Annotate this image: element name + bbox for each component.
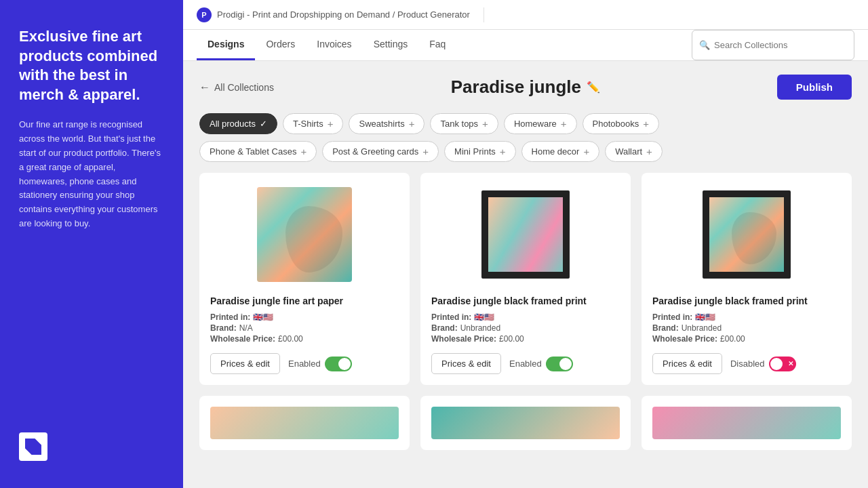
tab-label: Homeware <box>514 119 557 129</box>
tab-phone-tablet-cases[interactable]: Phone & Tablet Cases + <box>199 141 317 162</box>
nav-item-orders[interactable]: Orders <box>255 30 306 60</box>
product-name: Paradise jungle black framed print <box>431 295 620 307</box>
product-thumbnail <box>703 190 791 279</box>
collection-title: Paradise jungle ✏️ <box>451 77 600 98</box>
toggle-label: Enabled <box>509 359 542 369</box>
tab-photobooks[interactable]: Photobooks + <box>583 113 659 134</box>
tab-mini-prints[interactable]: Mini Prints + <box>444 141 515 162</box>
plus-icon: + <box>300 146 307 157</box>
prices-edit-button[interactable]: Prices & edit <box>431 353 501 374</box>
sidebar-headline: Exclusive fine art products combined wit… <box>19 27 164 104</box>
wholesale-label: Wholesale Price: <box>210 334 275 344</box>
wholesale-value: £00.00 <box>278 334 303 344</box>
product-brand: Brand: N/A <box>210 323 399 333</box>
product-thumbnail <box>257 187 352 282</box>
edit-icon[interactable]: ✏️ <box>587 81 600 94</box>
printed-in-label: Printed in: <box>210 312 250 322</box>
product-actions: Prices & edit Enabled <box>431 353 620 374</box>
product-printed-in: Printed in: 🇬🇧🇺🇸 <box>652 312 841 322</box>
tab-label: Photobooks <box>593 119 639 129</box>
brand-label: Brand: <box>652 323 679 333</box>
toggle-knob <box>338 358 351 370</box>
sidebar: Exclusive fine art products combined wit… <box>0 0 183 488</box>
tab-label: Phone & Tablet Cases <box>210 146 296 157</box>
product-image-wrap <box>210 184 399 285</box>
nav-item-faq[interactable]: Faq <box>418 30 456 60</box>
tab-label: All products <box>210 119 256 129</box>
tab-label: Tank tops <box>440 119 478 129</box>
enabled-toggle[interactable] <box>546 357 573 371</box>
product-grid: Paradise jungle fine art paper Printed i… <box>199 173 852 450</box>
product-name: Paradise jungle black framed print <box>652 295 841 307</box>
prices-edit-button[interactable]: Prices & edit <box>652 353 722 374</box>
product-card: Paradise jungle black framed print Print… <box>420 173 631 385</box>
partial-thumbnail <box>431 407 620 439</box>
tab-home-decor[interactable]: Home decor + <box>521 141 600 162</box>
wholesale-label: Wholesale Price: <box>431 334 496 344</box>
toggle-label: Enabled <box>288 359 321 369</box>
brand-label: Prodigi - Print and Dropshipping on Dema… <box>217 9 470 20</box>
brand-value: Unbranded <box>682 323 722 333</box>
back-link[interactable]: ← All Collections <box>199 81 274 94</box>
prodigi-logo-icon <box>25 439 41 455</box>
partial-thumbnail <box>210 407 399 439</box>
tab-wallart[interactable]: Wallart + <box>605 141 663 162</box>
plus-icon: + <box>482 118 488 129</box>
product-wholesale: Wholesale Price: £00.00 <box>431 334 620 344</box>
tab-tank-tops[interactable]: Tank tops + <box>430 113 498 134</box>
topbar: P Prodigi - Print and Dropshipping on De… <box>183 0 868 30</box>
tab-label: Home decor <box>532 146 580 157</box>
tab-label: Wallart <box>615 146 642 157</box>
check-icon: ✓ <box>260 119 267 129</box>
tab-label: T-Shirts <box>293 119 323 129</box>
toggle-wrap: Enabled <box>509 357 573 371</box>
plus-icon: + <box>583 146 589 157</box>
tab-homeware[interactable]: Homeware + <box>504 113 577 134</box>
plus-icon: + <box>328 118 334 129</box>
main-area: P Prodigi - Print and Dropshipping on De… <box>183 0 868 488</box>
search-input[interactable] <box>714 40 847 50</box>
flag-icons: 🇬🇧🇺🇸 <box>474 312 494 322</box>
product-card-partial <box>420 396 631 450</box>
prices-edit-button[interactable]: Prices & edit <box>210 353 280 374</box>
sidebar-body: Our fine art range is recognised across … <box>19 118 164 230</box>
prodigi-brand-icon: P <box>197 7 212 22</box>
back-arrow-icon: ← <box>199 81 210 94</box>
tab-label: Post & Greeting cards <box>332 146 418 157</box>
product-card-partial <box>199 396 410 450</box>
disabled-toggle[interactable]: ✕ <box>769 357 796 371</box>
tab-tshirts[interactable]: T-Shirts + <box>283 113 344 134</box>
wholesale-label: Wholesale Price: <box>652 334 717 344</box>
brand-value: Unbranded <box>460 323 500 333</box>
publish-button[interactable]: Publish <box>777 75 852 100</box>
collection-title-text: Paradise jungle <box>451 77 581 98</box>
category-tabs-row2: Phone & Tablet Cases + Post & Greeting c… <box>199 141 852 162</box>
tab-post-greeting-cards[interactable]: Post & Greeting cards + <box>322 141 439 162</box>
flag-icons: 🇬🇧🇺🇸 <box>253 312 273 322</box>
brand-label: Brand: <box>210 323 237 333</box>
nav-bar: Designs Orders Invoices Settings Faq 🔍 <box>183 30 868 61</box>
brand-value: N/A <box>239 323 253 333</box>
tab-label: Mini Prints <box>454 146 496 157</box>
product-actions: Prices & edit Enabled <box>210 353 399 374</box>
topbar-brand: P Prodigi - Print and Dropshipping on De… <box>197 7 484 22</box>
enabled-toggle[interactable] <box>325 357 352 371</box>
nav-item-designs[interactable]: Designs <box>197 30 255 60</box>
toggle-wrap: Enabled <box>288 357 352 371</box>
tab-sweatshirts[interactable]: Sweatshirts + <box>349 113 425 134</box>
nav-item-settings[interactable]: Settings <box>363 30 419 60</box>
product-printed-in: Printed in: 🇬🇧🇺🇸 <box>210 312 399 322</box>
plus-icon: + <box>500 146 506 157</box>
wholesale-value: £00.00 <box>499 334 524 344</box>
tab-all-products[interactable]: All products ✓ <box>199 113 277 134</box>
nav-item-invoices[interactable]: Invoices <box>306 30 362 60</box>
tab-label: Sweatshirts <box>359 119 404 129</box>
brand-label: Brand: <box>431 323 458 333</box>
product-image-wrap <box>652 184 841 285</box>
toggle-wrap: Disabled ✕ <box>730 357 796 371</box>
search-icon: 🔍 <box>699 40 710 50</box>
product-printed-in: Printed in: 🇬🇧🇺🇸 <box>431 312 620 322</box>
search-box[interactable]: 🔍 <box>692 30 854 60</box>
back-label: All Collections <box>214 82 274 93</box>
product-brand: Brand: Unbranded <box>431 323 620 333</box>
